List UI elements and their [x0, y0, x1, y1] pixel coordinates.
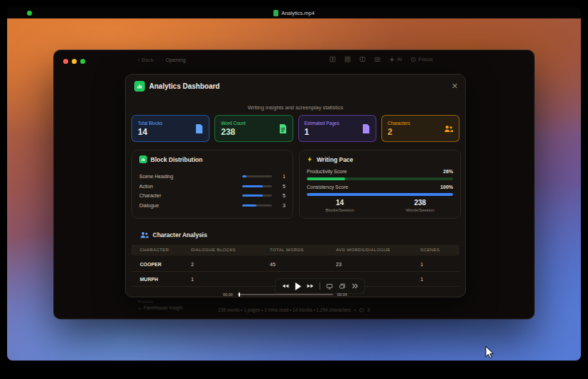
minimize-window-button[interactable]	[72, 59, 77, 64]
pip-button[interactable]	[326, 283, 333, 290]
distribution-bar	[242, 185, 272, 187]
table-header-cell: TOTAL WORDS	[270, 248, 304, 252]
forward-icon	[307, 283, 314, 289]
character-analysis-header: Character Analysis	[140, 231, 207, 238]
session-stat: 14 Blocks/Session	[300, 199, 380, 212]
desktop-screen: Analytics.mp4 ‹ Back Opening	[0, 0, 588, 379]
table-header-cell: AVG WORDS/DIALOGUE	[336, 248, 391, 252]
rewind-button[interactable]	[282, 283, 289, 289]
stat-card-label: Total Blocks	[138, 121, 163, 126]
table-cell: 2	[191, 262, 194, 267]
playhead[interactable]	[239, 292, 241, 297]
metric-row: Productivity Score 26%	[307, 169, 453, 174]
menu-bar-title-text: Analytics.mp4	[281, 10, 315, 16]
progress-bar-productivity	[307, 177, 453, 180]
metric-label: Consistency Score	[307, 185, 348, 190]
table-header-cell: SCENES	[420, 248, 440, 252]
session-stat-label: Words/Session	[380, 208, 460, 212]
session-stat-value: 14	[300, 199, 380, 207]
people-icon	[140, 231, 148, 238]
pip-icon	[326, 283, 333, 290]
distribution-value: 3	[278, 203, 285, 208]
zoom-window-button[interactable]	[80, 59, 85, 64]
menu-bar-title: Analytics.mp4	[273, 10, 315, 16]
session-stat-label: Blocks/Session	[300, 208, 380, 212]
document-text-icon	[279, 124, 287, 133]
block-distribution-panel: Block Distribution Scene Heading 1 Actio…	[131, 150, 293, 219]
metric-value: 26%	[443, 169, 453, 174]
stat-card-value: 2	[388, 128, 410, 136]
distribution-label: Scene Heading	[139, 174, 242, 179]
table-cell: 1	[191, 277, 194, 282]
more-button[interactable]	[352, 283, 358, 289]
session-stat-value: 238	[380, 199, 460, 207]
stat-card-total-blocks: Total Blocks 14	[131, 115, 209, 142]
metric-value: 100%	[440, 185, 453, 190]
distribution-row: Action 5	[139, 182, 285, 190]
section-title: Character Analysis	[153, 231, 207, 238]
lightning-icon	[307, 155, 313, 163]
seek-bar[interactable]	[237, 294, 333, 295]
play-icon	[295, 282, 301, 290]
distribution-row: Dialogue 3	[139, 202, 285, 209]
time-total: 00:04	[337, 292, 347, 297]
page-icon	[362, 124, 370, 133]
chevrons-right-icon	[352, 283, 358, 289]
analytics-icon	[134, 81, 145, 92]
session-stat: 238 Words/Session	[380, 199, 460, 212]
table-cell: 1	[420, 277, 423, 282]
panel-title: Writing Pace	[317, 156, 353, 163]
record-indicator-icon	[27, 11, 32, 16]
distribution-label: Dialogue	[139, 203, 242, 208]
desktop: Analytics.mp4 ‹ Back Opening	[7, 7, 581, 361]
controls-divider	[320, 282, 320, 290]
close-window-button[interactable]	[63, 59, 68, 64]
session-stats: 14 Blocks/Session 238 Words/Session	[300, 199, 460, 212]
play-button[interactable]	[295, 282, 301, 290]
metric-label: Productivity Score	[307, 169, 347, 174]
distribution-label: Action	[139, 184, 242, 189]
stat-card-estimated-pages: Estimated Pages 1	[298, 115, 376, 142]
seek-area: 00:00 00:04	[223, 292, 347, 297]
bar-chart-icon	[139, 155, 147, 163]
distribution-bar	[242, 204, 272, 207]
stat-card-value: 238	[221, 128, 246, 136]
mouse-cursor	[485, 346, 495, 359]
modal-subtitle: Writing insights and screenplay statisti…	[126, 104, 465, 111]
distribution-value: 5	[278, 184, 285, 189]
stat-card-characters: Characters 2	[381, 115, 459, 142]
time-current: 00:00	[223, 292, 233, 297]
table-header-cell: CHARACTER	[140, 248, 169, 252]
table-cell: 23	[336, 262, 342, 267]
rewind-icon	[282, 283, 289, 289]
progress-bar-consistency	[307, 193, 453, 196]
table-cell: MURPH	[140, 277, 158, 282]
close-button[interactable]: ✕	[452, 82, 458, 91]
panel-title: Block Distribution	[151, 156, 202, 163]
distribution-bar	[242, 175, 272, 177]
menu-bar: Analytics.mp4	[7, 7, 581, 18]
overlay-button[interactable]	[339, 283, 346, 290]
distribution-row: Scene Heading 1	[139, 172, 285, 180]
table-header-row: CHARACTER DIALOGUE BLOCKS TOTAL WORDS AV…	[131, 245, 459, 256]
people-icon	[444, 125, 453, 133]
stat-card-word-count: Word Count 238	[214, 115, 293, 142]
video-player-window: ‹ Back Opening	[53, 50, 535, 319]
distribution-bar	[242, 194, 272, 197]
playback-controls	[275, 278, 365, 294]
modal-title: Analytics Dashboard	[149, 82, 219, 90]
modal-header: Analytics Dashboard ✕	[134, 81, 458, 92]
stat-card-label: Word Count	[221, 121, 246, 126]
forward-button[interactable]	[307, 283, 314, 289]
film-icon	[339, 283, 346, 290]
distribution-value: 1	[278, 174, 285, 179]
table-cell: COOPER	[140, 262, 161, 267]
table-cell: 45	[270, 262, 276, 267]
stat-card-label: Estimated Pages	[305, 121, 339, 126]
table-cell: 1	[420, 262, 423, 267]
stat-card-value: 1	[305, 128, 339, 136]
document-icon	[195, 124, 203, 133]
metric-row: Consistency Score 100%	[307, 185, 453, 190]
distribution-label: Character	[139, 193, 242, 198]
distribution-value: 5	[278, 193, 285, 198]
